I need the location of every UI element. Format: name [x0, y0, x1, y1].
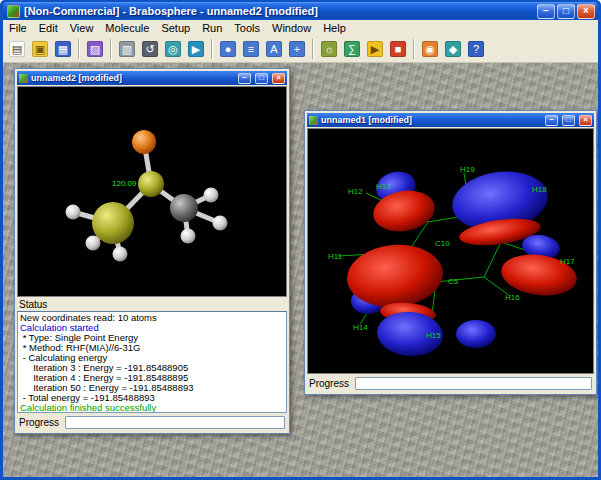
molecule-atoms — [66, 130, 228, 262]
menu-tools[interactable]: Tools — [228, 21, 266, 35]
orbital-viewport[interactable]: H12H13H19H18H11C10C5H17H16H14H15 — [307, 128, 594, 374]
menu-help[interactable]: Help — [317, 21, 352, 35]
atom-label-H17: H17 — [560, 257, 575, 266]
orbital-window-icon — [309, 116, 318, 125]
window-title: [Non-Commercial] - Brabosphere - unnamed… — [24, 5, 533, 17]
child-restore-button[interactable]: □ — [255, 73, 268, 84]
progress-label: Progress — [19, 417, 59, 428]
mdi-workspace: unnamed2 [modified] − □ × — [3, 63, 598, 477]
orbital-lobes — [344, 166, 579, 359]
setup-energy-glyph: ∑ — [344, 41, 360, 57]
child-window-title: unnamed2 [modified] — [31, 73, 234, 83]
atom-label-H13: H13 — [376, 182, 391, 191]
child-window-unnamed1: unnamed1 [modified] − □ × — [304, 110, 597, 395]
child-close-button[interactable]: × — [579, 115, 592, 126]
toolbar: ▤▣▦▨▥↺◎▶●≡A+☼∑▶■◉◆? — [3, 36, 598, 63]
toolbar-separator — [78, 39, 80, 59]
close-button[interactable]: × — [577, 4, 595, 19]
toolbar-separator — [110, 39, 112, 59]
setup-global-icon[interactable]: ☼ — [318, 38, 340, 60]
menu-file[interactable]: File — [3, 21, 33, 35]
orbital-viewer-icon[interactable]: ◉ — [419, 38, 441, 60]
save-file-glyph: ▦ — [55, 41, 71, 57]
toolbar-separator — [211, 39, 213, 59]
progress-bar — [65, 416, 285, 429]
open-file-glyph: ▣ — [32, 41, 48, 57]
help-icon[interactable]: ? — [465, 38, 487, 60]
run-calculation-glyph: ▶ — [367, 41, 383, 57]
atom-label-H15: H15 — [426, 331, 441, 340]
read-output-glyph: ▥ — [119, 41, 135, 57]
maximize-button[interactable]: □ — [557, 4, 575, 19]
atom-label-H19: H19 — [460, 165, 475, 174]
display-atoms-icon[interactable]: ● — [217, 38, 239, 60]
display-atoms-glyph: ● — [220, 41, 236, 57]
child-window-titlebar[interactable]: unnamed2 [modified] − □ × — [17, 71, 287, 85]
progress-bar — [355, 377, 592, 390]
child-minimize-button[interactable]: − — [545, 115, 558, 126]
run-calculation-icon[interactable]: ▶ — [364, 38, 386, 60]
child-window-titlebar[interactable]: unnamed1 [modified] − □ × — [307, 113, 594, 127]
orbital-viewer-glyph: ◉ — [422, 41, 438, 57]
read-output-icon[interactable]: ▥ — [116, 38, 138, 60]
toolbar-separator — [413, 39, 415, 59]
app-icon — [7, 5, 20, 18]
molecule-3d-view — [18, 87, 287, 297]
help-glyph: ? — [468, 41, 484, 57]
display-labels-icon[interactable]: A — [263, 38, 285, 60]
export-image-glyph: ▨ — [87, 41, 103, 57]
atom-label-C10: C10 — [435, 239, 450, 248]
display-bonds-icon[interactable]: ≡ — [240, 38, 262, 60]
open-file-icon[interactable]: ▣ — [29, 38, 51, 60]
menu-run[interactable]: Run — [196, 21, 228, 35]
menu-molecule[interactable]: Molecule — [99, 21, 155, 35]
density-viewer-icon[interactable]: ◆ — [442, 38, 464, 60]
status-log: New coordinates read: 10 atomsCalculatio… — [17, 311, 287, 413]
titlebar[interactable]: [Non-Commercial] - Brabosphere - unnamed… — [3, 2, 598, 20]
progress-label: Progress — [309, 378, 349, 389]
child-window-title: unnamed1 [modified] — [321, 115, 541, 125]
app-window: [Non-Commercial] - Brabosphere - unnamed… — [0, 0, 601, 480]
new-file-icon[interactable]: ▤ — [6, 38, 28, 60]
snapshot-camera-glyph: ◎ — [165, 41, 181, 57]
display-axes-glyph: + — [289, 41, 305, 57]
display-labels-glyph: A — [266, 41, 282, 57]
save-file-icon[interactable]: ▦ — [52, 38, 74, 60]
stop-calculation-glyph: ■ — [390, 41, 406, 57]
display-axes-icon[interactable]: + — [286, 38, 308, 60]
atom-label-H14: H14 — [353, 323, 368, 332]
child-close-button[interactable]: × — [272, 73, 285, 84]
child-restore-button[interactable]: □ — [562, 115, 575, 126]
display-bonds-glyph: ≡ — [243, 41, 259, 57]
reset-view-glyph: ↺ — [142, 41, 158, 57]
atom-label-C5: C5 — [448, 277, 458, 286]
stop-calculation-icon[interactable]: ■ — [387, 38, 409, 60]
child-window-unnamed2: unnamed2 [modified] − □ × — [14, 68, 290, 434]
molecule-viewport[interactable]: 120.09 — [17, 86, 287, 297]
atom-label-H12: H12 — [348, 187, 363, 196]
setup-global-glyph: ☼ — [321, 41, 337, 57]
menu-setup[interactable]: Setup — [155, 21, 196, 35]
density-viewer-glyph: ◆ — [445, 41, 461, 57]
menu-view[interactable]: View — [64, 21, 100, 35]
toolbar-separator — [312, 39, 314, 59]
reset-view-icon[interactable]: ↺ — [139, 38, 161, 60]
menubar: FileEditViewMoleculeSetupRunToolsWindowH… — [3, 20, 598, 36]
status-header: Status — [17, 297, 287, 311]
animate-icon[interactable]: ▶ — [185, 38, 207, 60]
snapshot-camera-icon[interactable]: ◎ — [162, 38, 184, 60]
menu-window[interactable]: Window — [266, 21, 317, 35]
molecule-window-icon — [19, 74, 28, 83]
setup-energy-icon[interactable]: ∑ — [341, 38, 363, 60]
status-line: Calculation finished successfully — [20, 403, 284, 413]
new-file-glyph: ▤ — [9, 41, 25, 57]
atom-label-H18: H18 — [532, 185, 547, 194]
orbital-3d-view — [308, 129, 594, 374]
minimize-button[interactable]: − — [537, 4, 555, 19]
menu-edit[interactable]: Edit — [33, 21, 64, 35]
export-image-icon[interactable]: ▨ — [84, 38, 106, 60]
atom-label-H16: H16 — [505, 293, 520, 302]
bond-angle-label: 120.09 — [112, 179, 136, 188]
atom-label-H11: H11 — [328, 252, 342, 261]
child-minimize-button[interactable]: − — [238, 73, 251, 84]
